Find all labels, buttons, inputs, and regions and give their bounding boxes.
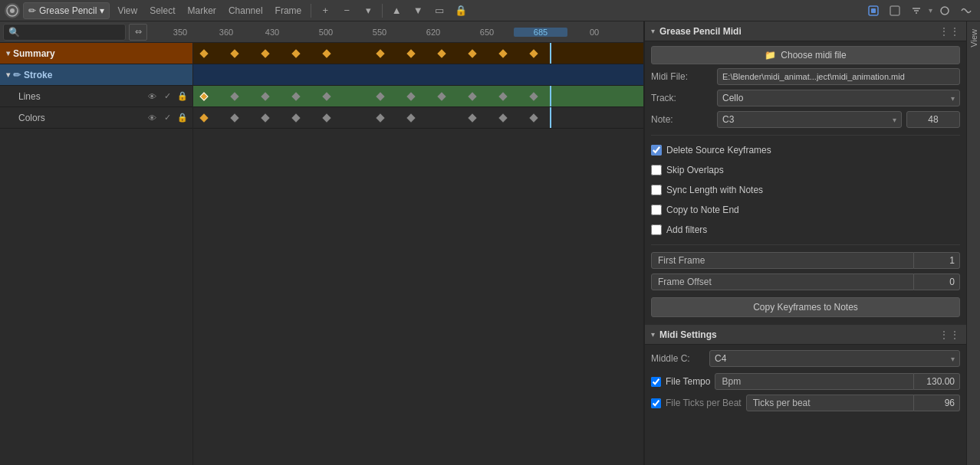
midi-file-value[interactable]: E:\Blender\midi_animat...ject\midi_anima… [717, 68, 960, 85]
down-btn[interactable]: ▼ [409, 2, 427, 19]
frame-menu[interactable]: Frame [271, 2, 307, 19]
separator [311, 4, 311, 18]
ticks-value[interactable]: 96 [914, 395, 960, 411]
right-icons: ▾ [864, 2, 975, 19]
choose-midi-btn[interactable]: 📁 Choose midi file [651, 46, 960, 64]
app-logo [5, 3, 20, 18]
view-sidebar: View [966, 21, 980, 465]
kf-summary-4 [291, 49, 300, 57]
view-label[interactable]: View [969, 25, 978, 52]
lines-check-btn[interactable]: ✓ [160, 90, 174, 103]
track-summary[interactable]: ▾ Summary [0, 43, 192, 64]
note-dropdown-arrow-icon: ▾ [893, 116, 896, 124]
frame-offset-value[interactable]: 0 [914, 273, 960, 290]
ruler-360: 360 [207, 28, 245, 37]
gp-section-dots[interactable]: ⋮⋮ [939, 25, 960, 38]
current-frame-line-lines [550, 86, 551, 106]
kf-summary-5 [322, 49, 331, 57]
track-row: Track: Cello ▾ [651, 89, 960, 107]
kf-lines-5 [322, 92, 331, 100]
choose-midi-row: 📁 Choose midi file [651, 46, 960, 64]
minus-btn[interactable]: − [337, 2, 356, 19]
select-icon-btn[interactable] [886, 2, 904, 19]
lines-eye-btn[interactable]: 👁 [145, 90, 159, 103]
monitor-btn[interactable]: ▭ [430, 2, 449, 19]
file-ticks-label: File Ticks per Beat [666, 398, 742, 408]
copy-to-note-checkbox[interactable] [651, 205, 662, 215]
track-label: Track: [651, 93, 712, 103]
copy-to-note-label: Copy to Note End [666, 205, 739, 215]
middle-c-dropdown[interactable]: C4 ▾ [709, 350, 960, 367]
kf-colors-6 [376, 113, 384, 122]
divider2 [651, 244, 960, 245]
cursor-icon-btn[interactable] [864, 2, 883, 19]
sync-length-checkbox[interactable] [651, 185, 662, 195]
kf-summary-11 [529, 49, 538, 57]
ticks-per-beat-label: Ticks per beat [746, 395, 914, 411]
arrow-swap-btn[interactable]: ⇔ [129, 24, 147, 41]
middle-c-row: Middle C: C4 ▾ [651, 349, 960, 368]
stroke-triangle-icon: ▾ [6, 70, 10, 79]
colors-lock-btn[interactable]: 🔒 [176, 111, 189, 125]
wave-icon-btn[interactable] [957, 2, 975, 19]
note-number[interactable]: 48 [906, 111, 960, 128]
svg-rect-3 [871, 8, 876, 13]
circle-icon-btn[interactable] [936, 2, 954, 19]
kf-colors-10 [529, 113, 538, 122]
up-btn[interactable]: ▲ [387, 2, 406, 19]
bpm-value[interactable]: 130.00 [914, 373, 960, 390]
add-filters-checkbox[interactable] [651, 224, 662, 235]
bpm-field: Bpm 130.00 [715, 373, 960, 390]
kf-colors-7 [406, 113, 415, 122]
select-menu[interactable]: Select [145, 2, 179, 19]
stroke-kf-row [193, 64, 643, 86]
more-btn[interactable]: ▾ [359, 2, 377, 19]
sync-length-label: Sync Length with Notes [666, 185, 763, 195]
add-btn[interactable]: + [316, 2, 334, 19]
track-lines[interactable]: Lines 👁 ✓ 🔒 [0, 86, 192, 107]
search-icon: 🔍 [8, 27, 20, 38]
copy-keyframes-btn[interactable]: Copy Keyframes to Notes [651, 297, 960, 317]
lock-btn[interactable]: 🔒 [452, 2, 470, 19]
copy-note-row: Copy to Note End [651, 201, 960, 218]
note-dropdown[interactable]: C3 ▾ [717, 111, 902, 128]
ruler-550: 550 [353, 28, 406, 37]
ruler-numbers: 350 360 430 500 550 620 650 685 00 [153, 28, 621, 37]
search-box[interactable]: 🔍 [3, 24, 126, 41]
file-ticks-checkbox[interactable] [651, 398, 661, 408]
colors-check-btn[interactable]: ✓ [160, 111, 174, 125]
filter-icon-btn[interactable] [907, 2, 926, 19]
app-dropdown[interactable]: ✏ Grease Pencil ▾ [23, 2, 110, 19]
midi-settings-dots[interactable]: ⋮⋮ [939, 329, 960, 341]
ruler-500: 500 [299, 28, 353, 37]
kf-colors-9 [498, 113, 507, 122]
file-tempo-checkbox[interactable] [651, 377, 661, 387]
note-value: C3 [722, 114, 734, 125]
track-stroke[interactable]: ▾ ✏ Stroke [0, 64, 192, 86]
skip-overlaps-checkbox[interactable] [651, 165, 662, 175]
midi-file-path: E:\Blender\midi_animat...ject\midi_anima… [722, 72, 905, 81]
track-dropdown[interactable]: Cello ▾ [717, 90, 960, 106]
colors-eye-btn[interactable]: 👁 [145, 111, 159, 125]
kf-lines-2 [230, 92, 238, 100]
folder-icon: 📁 [765, 50, 776, 61]
kf-summary-3 [261, 49, 269, 57]
track-labels: ▾ Summary ▾ ✏ Stroke Lines 👁 ✓ 🔒 [0, 43, 193, 465]
ruler-620: 620 [406, 28, 460, 37]
view-menu[interactable]: View [113, 2, 142, 19]
track-colors[interactable]: Colors 👁 ✓ 🔒 [0, 107, 192, 129]
add-filters-row: Add filters [651, 221, 960, 238]
kf-summary-6 [376, 49, 384, 57]
lines-icons: 👁 ✓ 🔒 [145, 90, 189, 103]
frame-offset-label: Frame Offset [651, 273, 914, 290]
marker-menu[interactable]: Marker [183, 2, 221, 19]
delete-source-checkbox[interactable] [651, 145, 662, 156]
search-input[interactable] [23, 27, 107, 38]
kf-lines-6 [376, 92, 384, 100]
current-frame-line-colors [550, 107, 551, 128]
first-frame-value[interactable]: 1 [914, 252, 960, 269]
lines-lock-btn[interactable]: 🔒 [176, 90, 189, 103]
channel-menu[interactable]: Channel [224, 2, 268, 19]
ruler-350: 350 [153, 28, 207, 37]
summary-triangle-icon: ▾ [6, 49, 10, 57]
